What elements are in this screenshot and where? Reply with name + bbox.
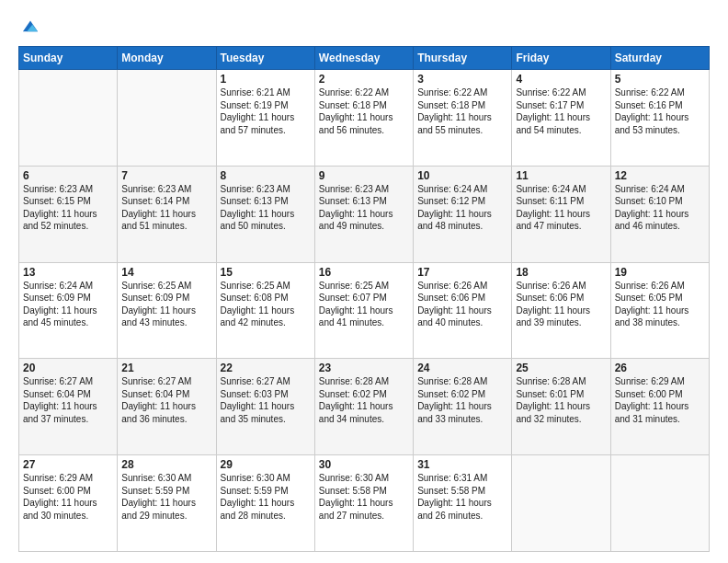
weekday-header-thursday: Thursday — [414, 47, 512, 70]
day-info: Sunrise: 6:30 AM Sunset: 5:59 PM Dayligh… — [221, 472, 311, 522]
day-info: Sunrise: 6:25 AM Sunset: 6:07 PM Dayligh… — [319, 280, 409, 329]
weekday-header-wednesday: Wednesday — [314, 47, 413, 70]
day-number: 21 — [121, 362, 211, 374]
day-info: Sunrise: 6:23 AM Sunset: 6:15 PM Dayligh… — [23, 183, 113, 233]
day-info: Sunrise: 6:23 AM Sunset: 6:13 PM Dayligh… — [221, 183, 311, 233]
day-number: 13 — [23, 266, 113, 279]
day-info: Sunrise: 6:24 AM Sunset: 6:10 PM Dayligh… — [615, 183, 705, 233]
calendar-cell: 26Sunrise: 6:29 AM Sunset: 6:00 PM Dayli… — [610, 359, 709, 455]
day-info: Sunrise: 6:26 AM Sunset: 6:05 PM Dayligh… — [615, 280, 705, 329]
day-number: 8 — [221, 169, 311, 182]
day-info: Sunrise: 6:28 AM Sunset: 6:01 PM Dayligh… — [516, 375, 606, 425]
day-number: 3 — [417, 73, 507, 86]
day-number: 31 — [417, 458, 507, 471]
day-number: 16 — [319, 266, 409, 279]
calendar-cell: 3Sunrise: 6:22 AM Sunset: 6:18 PM Daylig… — [414, 70, 512, 167]
calendar-cell: 6Sunrise: 6:23 AM Sunset: 6:15 PM Daylig… — [19, 166, 118, 262]
day-number: 7 — [121, 169, 211, 182]
calendar-cell: 22Sunrise: 6:27 AM Sunset: 6:03 PM Dayli… — [216, 359, 314, 455]
day-info: Sunrise: 6:23 AM Sunset: 6:13 PM Dayligh… — [319, 183, 409, 233]
calendar-cell: 24Sunrise: 6:28 AM Sunset: 6:02 PM Dayli… — [414, 359, 512, 455]
day-info: Sunrise: 6:23 AM Sunset: 6:14 PM Dayligh… — [121, 183, 211, 233]
day-number: 15 — [221, 266, 311, 279]
day-number: 25 — [516, 362, 606, 374]
calendar-cell: 15Sunrise: 6:25 AM Sunset: 6:08 PM Dayli… — [216, 262, 314, 359]
day-number: 24 — [417, 362, 507, 374]
weekday-header-tuesday: Tuesday — [216, 47, 314, 70]
calendar-cell: 27Sunrise: 6:29 AM Sunset: 6:00 PM Dayli… — [19, 455, 118, 552]
day-info: Sunrise: 6:28 AM Sunset: 6:02 PM Dayligh… — [417, 375, 507, 425]
day-number: 11 — [516, 169, 606, 182]
day-number: 30 — [319, 458, 409, 471]
day-info: Sunrise: 6:27 AM Sunset: 6:04 PM Dayligh… — [121, 375, 211, 425]
day-info: Sunrise: 6:30 AM Sunset: 5:58 PM Dayligh… — [319, 472, 409, 522]
day-info: Sunrise: 6:22 AM Sunset: 6:18 PM Dayligh… — [319, 86, 409, 136]
calendar-cell — [19, 70, 118, 167]
day-info: Sunrise: 6:29 AM Sunset: 6:00 PM Dayligh… — [615, 375, 705, 425]
day-info: Sunrise: 6:22 AM Sunset: 6:18 PM Dayligh… — [417, 86, 507, 136]
day-number: 5 — [615, 73, 705, 86]
day-number: 19 — [615, 266, 705, 279]
calendar: SundayMondayTuesdayWednesdayThursdayFrid… — [18, 46, 710, 552]
calendar-cell — [118, 70, 216, 167]
calendar-cell: 5Sunrise: 6:22 AM Sunset: 6:16 PM Daylig… — [610, 70, 709, 167]
calendar-cell: 25Sunrise: 6:28 AM Sunset: 6:01 PM Dayli… — [512, 359, 610, 455]
calendar-cell: 19Sunrise: 6:26 AM Sunset: 6:05 PM Dayli… — [610, 262, 709, 359]
day-info: Sunrise: 6:31 AM Sunset: 5:58 PM Dayligh… — [417, 472, 507, 522]
day-number: 12 — [615, 169, 705, 182]
day-info: Sunrise: 6:21 AM Sunset: 6:19 PM Dayligh… — [221, 86, 311, 136]
calendar-cell: 23Sunrise: 6:28 AM Sunset: 6:02 PM Dayli… — [314, 359, 413, 455]
day-number: 6 — [23, 169, 113, 182]
weekday-header-friday: Friday — [512, 47, 610, 70]
day-number: 28 — [121, 458, 211, 471]
day-info: Sunrise: 6:25 AM Sunset: 6:08 PM Dayligh… — [221, 280, 311, 329]
day-number: 18 — [516, 266, 606, 279]
day-info: Sunrise: 6:24 AM Sunset: 6:12 PM Dayligh… — [417, 183, 507, 233]
calendar-cell: 14Sunrise: 6:25 AM Sunset: 6:09 PM Dayli… — [118, 262, 216, 359]
day-number: 29 — [221, 458, 311, 471]
day-number: 1 — [221, 73, 311, 86]
day-info: Sunrise: 6:27 AM Sunset: 6:04 PM Dayligh… — [23, 375, 113, 425]
day-info: Sunrise: 6:29 AM Sunset: 6:00 PM Dayligh… — [23, 472, 113, 522]
day-number: 26 — [615, 362, 705, 374]
calendar-cell: 9Sunrise: 6:23 AM Sunset: 6:13 PM Daylig… — [314, 166, 413, 262]
day-number: 17 — [417, 266, 507, 279]
calendar-cell: 20Sunrise: 6:27 AM Sunset: 6:04 PM Dayli… — [19, 359, 118, 455]
calendar-cell: 16Sunrise: 6:25 AM Sunset: 6:07 PM Dayli… — [314, 262, 413, 359]
calendar-cell: 12Sunrise: 6:24 AM Sunset: 6:10 PM Dayli… — [610, 166, 709, 262]
day-info: Sunrise: 6:24 AM Sunset: 6:11 PM Dayligh… — [516, 183, 606, 233]
header — [18, 17, 710, 37]
weekday-header-sunday: Sunday — [19, 47, 118, 70]
calendar-cell: 13Sunrise: 6:24 AM Sunset: 6:09 PM Dayli… — [19, 262, 118, 359]
calendar-cell: 2Sunrise: 6:22 AM Sunset: 6:18 PM Daylig… — [314, 70, 413, 167]
calendar-cell: 30Sunrise: 6:30 AM Sunset: 5:58 PM Dayli… — [314, 455, 413, 552]
logo-icon — [20, 17, 40, 37]
day-number: 20 — [23, 362, 113, 374]
calendar-cell — [512, 455, 610, 552]
weekday-header-saturday: Saturday — [610, 47, 709, 70]
day-number: 27 — [23, 458, 113, 471]
day-info: Sunrise: 6:22 AM Sunset: 6:16 PM Dayligh… — [615, 86, 705, 136]
day-number: 10 — [417, 169, 507, 182]
day-info: Sunrise: 6:27 AM Sunset: 6:03 PM Dayligh… — [221, 375, 311, 425]
day-info: Sunrise: 6:24 AM Sunset: 6:09 PM Dayligh… — [23, 280, 113, 329]
calendar-cell: 31Sunrise: 6:31 AM Sunset: 5:58 PM Dayli… — [414, 455, 512, 552]
day-info: Sunrise: 6:30 AM Sunset: 5:59 PM Dayligh… — [121, 472, 211, 522]
calendar-cell: 10Sunrise: 6:24 AM Sunset: 6:12 PM Dayli… — [414, 166, 512, 262]
day-number: 9 — [319, 169, 409, 182]
day-info: Sunrise: 6:26 AM Sunset: 6:06 PM Dayligh… — [417, 280, 507, 329]
calendar-cell: 21Sunrise: 6:27 AM Sunset: 6:04 PM Dayli… — [118, 359, 216, 455]
day-number: 2 — [319, 73, 409, 86]
calendar-cell: 8Sunrise: 6:23 AM Sunset: 6:13 PM Daylig… — [216, 166, 314, 262]
calendar-cell: 7Sunrise: 6:23 AM Sunset: 6:14 PM Daylig… — [118, 166, 216, 262]
day-number: 22 — [221, 362, 311, 374]
day-info: Sunrise: 6:25 AM Sunset: 6:09 PM Dayligh… — [121, 280, 211, 329]
day-info: Sunrise: 6:22 AM Sunset: 6:17 PM Dayligh… — [516, 86, 606, 136]
calendar-cell — [610, 455, 709, 552]
page: SundayMondayTuesdayWednesdayThursdayFrid… — [0, 0, 728, 563]
calendar-cell: 1Sunrise: 6:21 AM Sunset: 6:19 PM Daylig… — [216, 70, 314, 167]
day-number: 14 — [121, 266, 211, 279]
calendar-cell: 17Sunrise: 6:26 AM Sunset: 6:06 PM Dayli… — [414, 262, 512, 359]
day-info: Sunrise: 6:28 AM Sunset: 6:02 PM Dayligh… — [319, 375, 409, 425]
day-number: 23 — [319, 362, 409, 374]
